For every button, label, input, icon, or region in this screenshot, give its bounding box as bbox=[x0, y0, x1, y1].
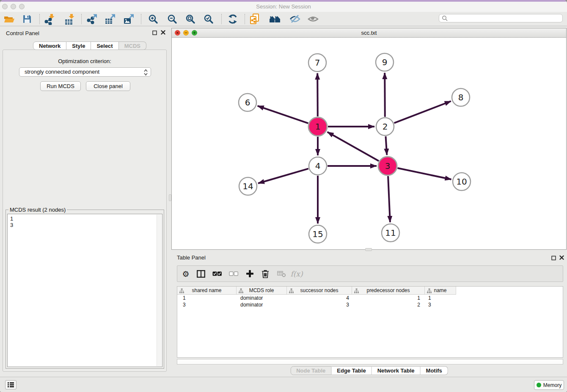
float-panel-icon[interactable] bbox=[151, 30, 158, 36]
edge-1-7[interactable] bbox=[317, 73, 318, 116]
zoom-out-icon[interactable] bbox=[166, 13, 179, 25]
vertical-splitter-handle[interactable] bbox=[169, 194, 171, 201]
eye-hidden-icon[interactable] bbox=[289, 13, 301, 25]
deselect-all-icon[interactable] bbox=[227, 266, 240, 282]
column-panel-icon[interactable] bbox=[194, 266, 208, 282]
new-network-from-selection-icon[interactable] bbox=[248, 13, 261, 25]
search-input[interactable] bbox=[448, 15, 562, 21]
node-2[interactable]: 2 bbox=[376, 118, 394, 135]
column-header-MCDS-role[interactable]: MCDS role bbox=[237, 287, 287, 295]
tab-mcds[interactable]: MCDS bbox=[119, 41, 146, 50]
export-image-icon[interactable] bbox=[123, 13, 135, 25]
export-network-icon[interactable] bbox=[86, 13, 99, 25]
column-header-shared-name[interactable]: shared name bbox=[177, 287, 237, 295]
edge-2-9[interactable] bbox=[385, 73, 385, 117]
table-cell[interactable]: 1 bbox=[425, 295, 456, 301]
column-header-name[interactable]: name bbox=[425, 287, 456, 295]
node-9[interactable]: 9 bbox=[376, 53, 394, 71]
table-cell[interactable]: 3 bbox=[425, 301, 456, 308]
column-header-predecessor-nodes[interactable]: predecessor nodes bbox=[352, 287, 425, 295]
zoom-in-icon[interactable] bbox=[147, 13, 160, 25]
tab-select[interactable]: Select bbox=[91, 41, 118, 50]
close-table-panel-icon[interactable] bbox=[558, 254, 565, 260]
edge-2-8[interactable] bbox=[394, 101, 451, 123]
trash-icon[interactable] bbox=[259, 266, 272, 282]
houses-icon[interactable] bbox=[269, 13, 281, 25]
node-table[interactable]: shared nameMCDS rolesuccessor nodesprede… bbox=[177, 286, 563, 358]
table-horizontal-scrollbar[interactable] bbox=[177, 359, 563, 364]
node-8[interactable]: 8 bbox=[452, 88, 470, 106]
task-history-button[interactable] bbox=[5, 380, 17, 389]
import-table-icon[interactable] bbox=[63, 13, 76, 25]
node-11[interactable]: 11 bbox=[382, 224, 399, 242]
table-cell[interactable]: 1 bbox=[352, 295, 425, 301]
table-row[interactable]: 3dominator323 bbox=[177, 301, 563, 308]
table-cell[interactable]: 4 bbox=[287, 295, 352, 301]
mcds-result-title: MCDS result (2 nodes) bbox=[8, 207, 67, 213]
table-header-row: shared nameMCDS rolesuccessor nodesprede… bbox=[177, 287, 456, 295]
table-cell[interactable]: 3 bbox=[287, 301, 352, 308]
zoom-fit-icon[interactable] bbox=[184, 13, 197, 25]
edge-2-3[interactable] bbox=[386, 136, 387, 155]
tab-network[interactable]: Network bbox=[33, 41, 66, 50]
eye-visible-icon[interactable] bbox=[307, 13, 319, 25]
optimization-criterion-dropdown[interactable]: strongly connected component bbox=[19, 67, 151, 77]
select-all-icon[interactable] bbox=[210, 266, 224, 282]
node-4[interactable]: 4 bbox=[309, 157, 327, 175]
table-panel-title: Table Panel bbox=[177, 254, 206, 261]
memory-button[interactable]: Memory bbox=[534, 380, 564, 390]
float-table-panel-icon[interactable] bbox=[550, 255, 557, 261]
tab-style[interactable]: Style bbox=[66, 41, 91, 50]
list-icon bbox=[7, 381, 14, 388]
export-table-icon[interactable] bbox=[104, 13, 117, 25]
edge-3-1[interactable] bbox=[328, 132, 379, 161]
toolbar-separator bbox=[141, 14, 141, 24]
table-cell[interactable]: dominator bbox=[237, 301, 287, 308]
gear-icon[interactable]: ⚙ bbox=[179, 266, 193, 282]
tab-network-table[interactable]: Network Table bbox=[372, 366, 421, 375]
table-cell[interactable]: 3 bbox=[177, 301, 237, 308]
zoom-selected-icon[interactable] bbox=[202, 13, 215, 25]
control-panel: Control Panel NetworkStyleSelectMCDS Opt… bbox=[0, 26, 169, 377]
table-row[interactable]: 1dominator411 bbox=[177, 295, 563, 301]
edge-4-14[interactable] bbox=[258, 168, 308, 183]
result-scrollbar[interactable] bbox=[157, 215, 162, 366]
node-3[interactable]: 3 bbox=[378, 157, 397, 175]
close-panel-button[interactable]: Close panel bbox=[86, 81, 130, 91]
close-panel-icon[interactable] bbox=[160, 29, 166, 35]
save-icon[interactable] bbox=[21, 13, 33, 25]
function-builder-icon[interactable]: f(x) bbox=[290, 266, 303, 282]
tab-node-table[interactable]: Node Table bbox=[290, 366, 331, 375]
node-10[interactable]: 10 bbox=[453, 173, 471, 190]
tab-motifs[interactable]: Motifs bbox=[421, 366, 448, 375]
refresh-icon[interactable] bbox=[226, 13, 239, 25]
table-cell[interactable]: dominator bbox=[237, 295, 287, 301]
mcds-panel: Optimization criterion: strongly connect… bbox=[3, 50, 167, 372]
toolbar-separator bbox=[245, 14, 245, 24]
network-window-titlebar[interactable]: scc.txt bbox=[172, 28, 566, 38]
tab-edge-table[interactable]: Edge Table bbox=[331, 366, 372, 375]
open-folder-icon[interactable] bbox=[3, 13, 16, 25]
run-mcds-button[interactable]: Run MCDS bbox=[40, 81, 81, 91]
edge-1-6[interactable] bbox=[258, 106, 308, 123]
edge-3-10[interactable] bbox=[398, 168, 451, 179]
network-canvas[interactable]: 7968124314101511 bbox=[172, 38, 566, 249]
node-7[interactable]: 7 bbox=[308, 54, 326, 72]
add-column-icon[interactable] bbox=[243, 266, 256, 282]
horizontal-splitter-handle[interactable] bbox=[365, 248, 372, 251]
svg-text:15: 15 bbox=[312, 229, 323, 239]
mcds-result-area[interactable]: 1 3 bbox=[7, 214, 162, 367]
table-cell[interactable]: 2 bbox=[352, 301, 425, 308]
node-1[interactable]: 1 bbox=[308, 117, 327, 136]
table-cell[interactable]: 1 bbox=[177, 295, 237, 301]
node-15[interactable]: 15 bbox=[309, 225, 327, 243]
node-14[interactable]: 14 bbox=[239, 177, 257, 195]
search-icon bbox=[442, 15, 448, 22]
network-view-window: scc.txt 7968124314101511 bbox=[171, 28, 567, 250]
import-network-icon[interactable] bbox=[44, 13, 56, 25]
search-field[interactable] bbox=[439, 14, 563, 22]
column-header-successor-nodes[interactable]: successor nodes bbox=[287, 287, 352, 295]
delete-table-icon[interactable] bbox=[275, 266, 288, 282]
edge-3-11[interactable] bbox=[388, 176, 390, 222]
node-6[interactable]: 6 bbox=[239, 94, 256, 111]
